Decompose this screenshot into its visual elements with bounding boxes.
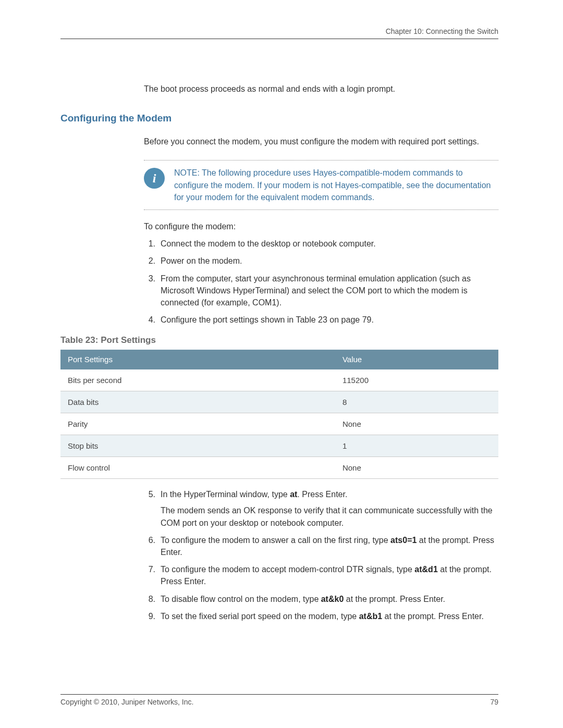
cell-setting: Bits per second xyxy=(60,369,335,391)
note-body: The following procedure uses Hayes-compa… xyxy=(174,168,491,201)
note-text: NOTE: The following procedure uses Hayes… xyxy=(174,167,498,203)
cell-setting: Flow control xyxy=(60,457,335,479)
table-row: Bits per second115200 xyxy=(60,369,498,391)
note-prefix: NOTE: xyxy=(174,168,200,177)
list-item: 2.Power on the modem. xyxy=(144,255,498,267)
to-configure-text: To configure the modem: xyxy=(144,220,498,232)
step-number: 9. xyxy=(144,610,155,622)
step-number: 2. xyxy=(144,255,155,267)
cell-value: 115200 xyxy=(335,369,498,391)
table-header-row: Port Settings Value xyxy=(60,350,498,369)
running-header: Chapter 10: Connecting the Switch xyxy=(60,27,498,39)
note-block: i NOTE: The following procedure uses Hay… xyxy=(144,160,498,210)
cell-setting: Stop bits xyxy=(60,435,335,457)
section-title: Configuring the Modem xyxy=(60,113,498,124)
copyright-text: Copyright © 2010, Juniper Networks, Inc. xyxy=(60,698,193,706)
step-number: 5. xyxy=(144,488,155,529)
list-item: 6.To configure the modem to answer a cal… xyxy=(144,534,498,558)
info-icon: i xyxy=(144,168,165,189)
step-text: Power on the modem. xyxy=(161,255,498,267)
page-number: 79 xyxy=(490,698,498,706)
table-row: Data bits8 xyxy=(60,391,498,413)
table-header-value: Value xyxy=(335,350,498,369)
intro-text: The boot process proceeds as normal and … xyxy=(144,83,498,95)
table-row: ParityNone xyxy=(60,413,498,435)
step-text: Configure the port settings shown in Tab… xyxy=(161,314,498,326)
step-text: In the HyperTerminal window, type at. Pr… xyxy=(161,488,498,529)
step-followup: The modem sends an OK response to verify… xyxy=(161,504,498,528)
step-text: From the computer, start your asynchrono… xyxy=(161,273,498,309)
list-item: 3.From the computer, start your asynchro… xyxy=(144,273,498,309)
step-number: 4. xyxy=(144,314,155,326)
list-item: 1.Connect the modem to the desktop or no… xyxy=(144,238,498,250)
table-header-port-settings: Port Settings xyxy=(60,350,335,369)
list-item: 4.Configure the port settings shown in T… xyxy=(144,314,498,326)
list-item: 7.To configure the modem to accept modem… xyxy=(144,563,498,587)
table-caption: Table 23: Port Settings xyxy=(60,335,498,346)
cell-value: None xyxy=(335,457,498,479)
intro-paragraph: The boot process proceeds as normal and … xyxy=(144,83,498,95)
list-item: 5.In the HyperTerminal window, type at. … xyxy=(144,488,498,529)
step-text: To configure the modem to accept modem-c… xyxy=(161,563,498,587)
step-text: Connect the modem to the desktop or note… xyxy=(161,238,498,250)
cell-value: 1 xyxy=(335,435,498,457)
step-text: To configure the modem to answer a call … xyxy=(161,534,498,558)
steps-list-b: 5.In the HyperTerminal window, type at. … xyxy=(144,488,498,622)
lead-in: Before you connect the modem, you must c… xyxy=(144,135,498,147)
step-text: To set the fixed serial port speed on th… xyxy=(161,610,498,622)
step-number: 3. xyxy=(144,273,155,309)
step-number: 6. xyxy=(144,534,155,558)
cell-value: 8 xyxy=(335,391,498,413)
step-number: 7. xyxy=(144,563,155,587)
cell-setting: Data bits xyxy=(60,391,335,413)
cell-setting: Parity xyxy=(60,413,335,435)
port-settings-table: Port Settings Value Bits per second11520… xyxy=(60,350,498,479)
page-footer: Copyright © 2010, Juniper Networks, Inc.… xyxy=(60,694,498,706)
list-item: 9.To set the fixed serial port speed on … xyxy=(144,610,498,622)
lead-in-text: Before you connect the modem, you must c… xyxy=(144,135,498,147)
table-row: Flow controlNone xyxy=(60,457,498,479)
step-number: 8. xyxy=(144,593,155,605)
table-row: Stop bits1 xyxy=(60,435,498,457)
step-number: 1. xyxy=(144,238,155,250)
list-item: 8.To disable flow control on the modem, … xyxy=(144,593,498,605)
to-configure: To configure the modem: xyxy=(144,220,498,232)
page: Chapter 10: Connecting the Switch The bo… xyxy=(0,0,563,728)
step-text: To disable flow control on the modem, ty… xyxy=(161,593,498,605)
steps-list-a: 1.Connect the modem to the desktop or no… xyxy=(144,238,498,326)
cell-value: None xyxy=(335,413,498,435)
